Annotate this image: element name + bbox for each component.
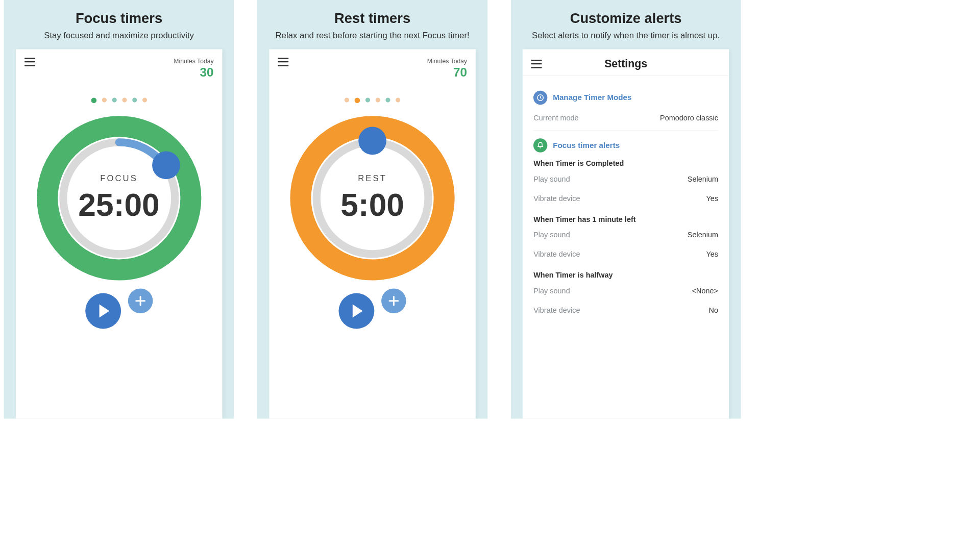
panel-rest-timers: Rest timers Relax and rest before starti… — [257, 0, 487, 419]
page-title: Settings — [542, 58, 709, 70]
settings-row-key: Play sound — [533, 174, 570, 183]
settings-row-key: Play sound — [533, 231, 570, 239]
panel-subtitle: Relax and rest before starting the next … — [276, 30, 470, 41]
settings-row[interactable]: Play sound<None> — [533, 281, 718, 300]
pager-dot[interactable] — [142, 97, 147, 102]
settings-row-key: Vibrate device — [533, 250, 580, 259]
settings-subhead: When Timer is Completed — [533, 159, 718, 168]
timer-mode-label: FOCUS — [100, 173, 138, 183]
panel-title: Focus timers — [44, 10, 194, 27]
play-button[interactable] — [338, 293, 374, 329]
settings-row-value: No — [709, 306, 718, 314]
clock-icon — [533, 91, 547, 105]
timer-time: 25:00 — [78, 186, 159, 222]
menu-icon[interactable] — [531, 60, 542, 68]
play-icon — [353, 304, 363, 317]
focus-timer-alerts-link[interactable]: Focus timer alerts — [533, 138, 718, 152]
phone-screen-focus: Minutes Today 30 FOCUS 25:00 — [16, 49, 222, 419]
panel-focus-timers: Focus timers Stay focused and maximize p… — [4, 0, 234, 419]
settings-row-key: Vibrate device — [533, 194, 580, 203]
pager-dot[interactable] — [365, 97, 370, 102]
settings-row-value: <None> — [692, 286, 718, 295]
minutes-today-label: Minutes Today — [174, 58, 213, 65]
manage-timer-modes-label: Manage Timer Modes — [553, 93, 631, 102]
pager-dot[interactable] — [376, 97, 380, 102]
panel-subtitle: Select alerts to notify when the timer i… — [532, 30, 720, 41]
play-icon — [99, 304, 109, 317]
settings-row[interactable]: Play soundSelenium — [533, 169, 718, 189]
divider — [533, 130, 718, 131]
pager-dot[interactable] — [345, 97, 349, 102]
timer-mode-label: REST — [358, 173, 387, 183]
current-mode-row[interactable]: Current mode Pomodoro classic — [533, 108, 718, 128]
pager-dot[interactable] — [355, 97, 360, 103]
pager-dot[interactable] — [91, 97, 96, 103]
settings-row-value: Yes — [706, 250, 718, 259]
settings-row-value: Selenium — [688, 231, 718, 239]
settings-row[interactable]: Vibrate deviceYes — [533, 189, 718, 208]
settings-row[interactable]: Vibrate deviceYes — [533, 244, 718, 264]
minutes-today-label: Minutes Today — [427, 58, 467, 65]
rest-timer-dial[interactable]: REST 5:00 — [289, 115, 456, 282]
manage-timer-modes-link[interactable]: Manage Timer Modes — [533, 91, 718, 105]
settings-row-value: Selenium — [688, 174, 718, 183]
settings-subhead: When Timer has 1 minute left — [533, 215, 718, 223]
settings-row[interactable]: Vibrate deviceNo — [533, 300, 718, 320]
settings-row[interactable]: Play soundSelenium — [533, 225, 718, 244]
add-button[interactable] — [381, 288, 406, 313]
settings-row-key: Play sound — [533, 286, 570, 295]
panel-subtitle: Stay focused and maximize productivity — [44, 30, 194, 41]
timer-time: 5:00 — [340, 186, 404, 222]
menu-icon[interactable] — [278, 58, 288, 66]
menu-icon[interactable] — [24, 58, 35, 66]
focus-timer-dial[interactable]: FOCUS 25:00 — [36, 115, 203, 282]
settings-row-value: Yes — [706, 194, 718, 203]
phone-screen-rest: Minutes Today 70 REST 5:00 — [269, 49, 475, 419]
panel-customize-alerts: Customize alerts Select alerts to notify… — [511, 0, 741, 419]
pager-dot[interactable] — [122, 97, 127, 102]
add-button[interactable] — [128, 288, 153, 313]
pager-dot[interactable] — [112, 97, 116, 102]
plus-icon — [389, 296, 399, 306]
pager-dot[interactable] — [385, 97, 390, 102]
minutes-today-value: 70 — [427, 65, 467, 80]
panel-title: Customize alerts — [532, 10, 720, 27]
current-mode-key: Current mode — [533, 114, 578, 122]
focus-timer-alerts-label: Focus timer alerts — [553, 141, 620, 149]
settings-row-key: Vibrate device — [533, 306, 580, 314]
pager-dot[interactable] — [102, 97, 107, 102]
panel-title: Rest timers — [276, 10, 470, 27]
pager-dots[interactable] — [278, 97, 467, 103]
bell-icon — [533, 138, 547, 152]
pager-dots[interactable] — [24, 97, 214, 103]
settings-subhead: When Timer is halfway — [533, 271, 718, 280]
minutes-today-value: 30 — [174, 65, 213, 80]
pager-dot[interactable] — [396, 97, 400, 102]
pager-dot[interactable] — [132, 97, 137, 102]
current-mode-value: Pomodoro classic — [660, 114, 718, 122]
play-button[interactable] — [85, 293, 121, 329]
plus-icon — [135, 296, 145, 306]
phone-screen-settings: Settings Manage Timer Modes Current mode… — [523, 49, 729, 419]
